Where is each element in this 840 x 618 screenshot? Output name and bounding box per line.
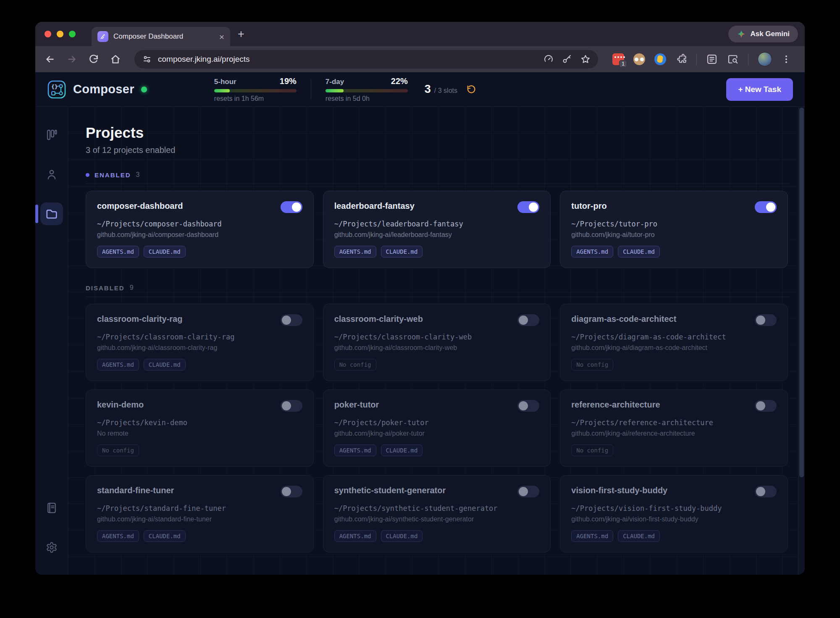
toggle-knob [282, 487, 291, 496]
project-toggle[interactable] [517, 201, 539, 213]
zoom-window-button[interactable] [69, 31, 76, 37]
config-badge: AGENTS.md [97, 530, 139, 542]
disabled-section-header: DISABLED 9 [86, 284, 790, 292]
page-subtitle: 3 of 12 projects enabled [86, 145, 790, 155]
sidebar-item-logs[interactable] [40, 497, 63, 519]
tab-close-icon[interactable]: × [219, 32, 224, 41]
enabled-label: ENABLED [94, 171, 131, 179]
project-remote: github.com/jking-ai/vision-first-study-b… [571, 515, 777, 523]
toggle-knob [756, 487, 765, 496]
reload-icon[interactable] [88, 54, 99, 65]
slots-indicator: 3 / 3 slots [425, 83, 476, 96]
extensions-puzzle-icon[interactable] [675, 53, 687, 65]
kanban-icon [46, 129, 58, 141]
performance-icon[interactable] [543, 54, 554, 64]
project-toggle[interactable] [517, 314, 539, 326]
toggle-knob [756, 316, 765, 325]
config-badge: CLAUDE.md [618, 530, 660, 542]
project-toggle[interactable] [755, 314, 777, 326]
usage-meters: 5-hour 19% resets in 1h 56m 7-day 22% re… [214, 76, 408, 103]
project-remote: github.com/jking-ai/synthetic-student-ge… [334, 515, 540, 523]
disabled-count: 9 [130, 284, 134, 292]
project-remote: github.com/jking-ai/classroom-clarity-we… [334, 344, 540, 352]
gemini-star-icon [737, 29, 746, 39]
project-path: ~/Projects/reference-architecture [571, 418, 777, 427]
project-path: ~/Projects/tutor-pro [571, 220, 777, 228]
enabled-dot [86, 173, 89, 177]
search-tabs-icon[interactable] [727, 53, 739, 65]
url-bar[interactable]: composer.jking.ai/projects [134, 50, 598, 68]
project-name: classroom-clarity-rag [97, 314, 182, 324]
project-card: composer-dashboard ~/Projects/composer-d… [86, 191, 314, 268]
project-badges: AGENTS.mdCLAUDE.md [97, 246, 302, 258]
project-card: leaderboard-fantasy ~/Projects/leaderboa… [323, 191, 551, 268]
meter-resets: resets in 1h 56m [214, 95, 297, 103]
meter-divider [311, 80, 311, 99]
back-icon[interactable] [45, 54, 55, 65]
new-task-button[interactable]: + New Task [726, 78, 793, 101]
bookmark-star-icon[interactable] [580, 54, 591, 64]
site-settings-icon[interactable] [142, 54, 152, 64]
close-window-button[interactable] [45, 31, 51, 37]
config-badge: CLAUDE.md [381, 246, 423, 258]
scrollbar-thumb[interactable] [799, 108, 804, 477]
no-config-badge: No config [571, 359, 613, 371]
slots-refresh-icon[interactable] [467, 85, 476, 94]
project-card: standard-fine-tuner ~/Projects/standard-… [86, 475, 314, 552]
profile-avatar[interactable] [758, 52, 772, 66]
password-key-icon[interactable] [562, 54, 572, 64]
sidebar-item-agents[interactable] [40, 163, 63, 186]
project-toggle[interactable] [755, 486, 777, 497]
extension-avatar-icon[interactable] [633, 53, 645, 65]
forward-icon[interactable] [66, 54, 77, 65]
enabled-projects-grid: composer-dashboard ~/Projects/composer-d… [86, 191, 790, 268]
meter-percent: 22% [391, 76, 408, 86]
project-toggle[interactable] [281, 314, 302, 326]
project-card: diagram-as-code-architect ~/Projects/dia… [560, 304, 788, 381]
sidebar-item-settings[interactable] [40, 536, 63, 559]
enabled-count: 3 [136, 171, 140, 179]
project-card: vision-first-study-buddy ~/Projects/visi… [560, 475, 788, 552]
minimize-window-button[interactable] [57, 31, 63, 37]
project-toggle[interactable] [755, 201, 777, 213]
svg-text:{}: {} [51, 84, 58, 90]
project-toggle[interactable] [755, 400, 777, 412]
project-badges: AGENTS.mdCLAUDE.md [571, 530, 777, 542]
project-badges: AGENTS.mdCLAUDE.md [97, 359, 302, 371]
extension-red-icon[interactable]: 1 [612, 53, 624, 65]
sidebar [35, 107, 68, 575]
page-scrollbar[interactable] [798, 107, 805, 575]
project-name: tutor-pro [571, 201, 606, 211]
main-content: Projects 3 of 12 projects enabled ENABLE… [68, 107, 805, 575]
project-name: diagram-as-code-architect [571, 314, 676, 324]
project-path: ~/Projects/vision-first-study-buddy [571, 504, 777, 513]
project-badges: AGENTS.mdCLAUDE.md [334, 444, 540, 456]
ask-gemini-label: Ask Gemini [750, 30, 790, 38]
ask-gemini-button[interactable]: Ask Gemini [728, 26, 798, 42]
usage-meter-5-hour: 5-hour 19% resets in 1h 56m [214, 76, 297, 103]
project-toggle[interactable] [281, 201, 302, 213]
project-toggle[interactable] [517, 486, 539, 497]
project-toggle[interactable] [281, 486, 302, 497]
new-tab-button[interactable]: + [238, 28, 244, 41]
project-remote: No remote [97, 430, 302, 437]
browser-tab[interactable]: Composer Dashboard × [92, 27, 230, 46]
window-controls [45, 31, 76, 37]
project-remote: github.com/jking-ai/standard-fine-tuner [97, 515, 302, 523]
browser-menu-icon[interactable] [781, 54, 791, 64]
sidebar-item-projects[interactable] [40, 202, 63, 225]
url-text[interactable]: composer.jking.ai/projects [158, 55, 535, 64]
project-card: poker-tutor ~/Projects/poker-tutor githu… [323, 389, 551, 467]
meter-bar [214, 89, 297, 92]
toggle-knob [756, 401, 765, 410]
status-dot [141, 87, 147, 92]
project-path: ~/Projects/classroom-clarity-rag [97, 333, 302, 341]
project-toggle[interactable] [281, 400, 302, 412]
project-toggle[interactable] [517, 400, 539, 412]
reading-list-icon[interactable] [706, 53, 718, 65]
sidebar-item-tasks[interactable] [40, 124, 63, 146]
disabled-projects-grid: classroom-clarity-rag ~/Projects/classro… [86, 304, 790, 552]
home-icon[interactable] [110, 54, 121, 65]
extension-blue-icon[interactable] [654, 53, 666, 65]
toolbar-divider [696, 53, 697, 65]
